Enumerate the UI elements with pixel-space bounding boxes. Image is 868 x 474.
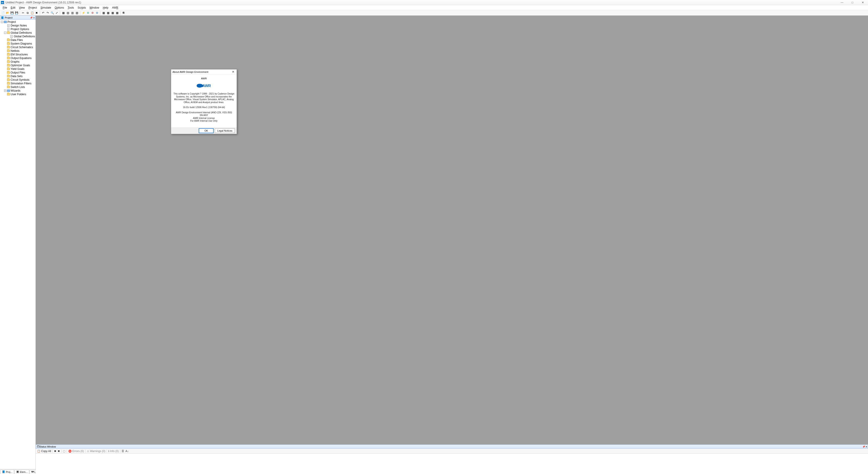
tree-root[interactable]: − Project [0, 20, 35, 24]
panel4-icon[interactable]: ▧ [75, 11, 79, 15]
tab-elements[interactable]: 🔳Elem... [14, 470, 29, 474]
paste-icon[interactable]: 📋 [30, 11, 34, 15]
sort-icon[interactable]: A↓ [125, 450, 129, 453]
collapse-icon[interactable]: − [1, 21, 3, 23]
minimize-button[interactable]: — [837, 0, 847, 5]
dialog-titlebar[interactable]: About AWR Design Environment ✕ [171, 69, 237, 75]
tree-item[interactable]: Circuit Symbols [0, 78, 35, 82]
new-icon[interactable]: 📄 [1, 11, 5, 15]
menu-project[interactable]: Project [27, 6, 39, 10]
clear-one-button[interactable]: ✖ [54, 450, 56, 453]
grid-b-icon[interactable]: ▦ [106, 11, 110, 15]
tree-item[interactable]: User Folders [0, 92, 35, 96]
redo-icon[interactable]: ↷ [46, 11, 50, 15]
settings-icon[interactable]: 🛠 [122, 11, 126, 15]
errors-filter[interactable]: ⛔ Errors (0) [68, 450, 84, 453]
delete-icon[interactable]: ✖ [35, 11, 39, 15]
save-all-icon[interactable]: 💾 [14, 11, 19, 15]
undo-icon[interactable]: ↶ [41, 11, 45, 15]
tree-item[interactable]: Circuit Schematics [0, 46, 35, 49]
close-button[interactable]: ✕ [858, 0, 868, 5]
awr-logo: AWR [195, 82, 213, 89]
optimize-icon[interactable]: ⚙ [90, 11, 94, 15]
menu-window[interactable]: Window [88, 6, 101, 10]
menu-awr[interactable]: AWR [110, 6, 120, 10]
status-pin-icon[interactable]: 📌 [862, 445, 865, 448]
tree-item[interactable]: Output Files [0, 71, 35, 75]
grid-a-icon[interactable]: ▦ [101, 11, 105, 15]
save-icon[interactable]: 💾 [10, 11, 14, 15]
panel3-icon[interactable]: ▥ [70, 11, 74, 15]
tree-item[interactable]: Global Definitions [0, 35, 35, 38]
info-filter[interactable]: ℹ Info (0) [108, 450, 119, 453]
status-toolbar: 📋 Copy All ✖ ✖ ▢ ⛔ Errors (0) ⚠ Warnings… [36, 449, 868, 454]
menu-tools[interactable]: Tools [66, 6, 76, 10]
tree-item[interactable]: Data Files [0, 38, 35, 42]
tree-item[interactable]: Data Sets [0, 75, 35, 78]
tree-item[interactable]: Simulation Filters [0, 82, 35, 85]
tree-item[interactable]: Yield Goals [0, 67, 35, 71]
menu-scripts[interactable]: Scripts [76, 6, 88, 10]
grid-c-icon[interactable]: ▦ [111, 11, 115, 15]
cut-icon[interactable]: ✂ [21, 11, 25, 15]
window-title: Untitled Project - AWR Design Environmen… [5, 1, 81, 4]
tree-item-label: User Folders [11, 93, 26, 96]
grid-d-icon[interactable]: ▦ [115, 11, 119, 15]
maximize-button[interactable]: □ [847, 0, 858, 5]
copy-all-button[interactable]: 📋 Copy All [37, 450, 51, 453]
tree-item-label: Wizards [11, 89, 20, 92]
run-icon[interactable]: ⚡ [81, 11, 86, 15]
tree-item[interactable]: EM Structures [0, 53, 35, 56]
folder-icon [7, 93, 10, 95]
panel2-icon[interactable]: ▤ [66, 11, 70, 15]
filter-button[interactable]: ▢ [63, 450, 65, 453]
panel-close-icon[interactable]: ✕ [33, 17, 35, 19]
separator [80, 11, 80, 15]
tree-item-label: Output Equations [11, 57, 32, 60]
tune-icon[interactable]: ⚙ [86, 11, 90, 15]
project-root-folder-icon [4, 21, 7, 23]
zoom-sel-icon[interactable]: 🔍 [50, 11, 54, 15]
tree-item[interactable]: Project Options [0, 27, 35, 31]
folder-icon [7, 75, 10, 77]
menu-edit[interactable]: Edit [9, 6, 17, 10]
warnings-filter[interactable]: ⚠ Warnings (0) [87, 450, 105, 453]
project-tree[interactable]: − Project Design NotesProject Options-Gl… [0, 20, 35, 469]
menu-view[interactable]: View [17, 6, 27, 10]
ok-button[interactable]: OK [199, 128, 213, 133]
tree-item-label: Netlists [11, 49, 20, 53]
tree-item-label: Global Definitions [11, 31, 32, 34]
clear-all-button[interactable]: ✖ [58, 450, 60, 453]
folder-icon [7, 68, 10, 70]
menu-simulate[interactable]: Simulate [39, 6, 53, 10]
list-view-icon[interactable]: ☰ [122, 450, 124, 453]
collapse-icon[interactable]: - [4, 32, 6, 34]
tree-item[interactable]: -Global Definitions [0, 31, 35, 35]
tree-item[interactable]: Output Equations [0, 56, 35, 60]
tree-item[interactable]: Switch Lists [0, 85, 35, 89]
yield-icon[interactable]: ⚙ [95, 11, 99, 15]
tab-project[interactable]: 📘Proj... [0, 470, 14, 474]
folder-icon [7, 57, 10, 59]
copy-icon[interactable]: ⧉ [26, 11, 30, 15]
status-close-icon[interactable]: ✕ [866, 445, 867, 448]
pin-icon[interactable]: 📌 [30, 17, 33, 19]
tree-item[interactable]: Netlists [0, 49, 35, 53]
dialog-close-icon[interactable]: ✕ [231, 70, 235, 73]
menu-help[interactable]: Help [101, 6, 110, 10]
tree-item[interactable]: System Diagrams [0, 42, 35, 46]
open-icon[interactable]: 📂 [5, 11, 9, 15]
tree-item[interactable]: +Wizards [0, 89, 35, 92]
panel1-icon[interactable]: ▦ [61, 11, 65, 15]
menu-file[interactable]: File [1, 6, 9, 10]
expand-icon[interactable]: + [4, 90, 6, 92]
menu-options[interactable]: Options [53, 6, 66, 10]
tree-item[interactable]: Graphs [0, 60, 35, 63]
tree-item[interactable]: Optimizer Goals [0, 63, 35, 67]
tree-item[interactable]: Design Notes [0, 24, 35, 27]
dialog-license-2: AWR Internal License [193, 117, 215, 119]
zoom-fit-icon[interactable]: ⤢ [55, 11, 59, 15]
legal-notices-button[interactable]: Legal Notices [215, 128, 235, 133]
tree-item-label: Circuit Symbols [11, 78, 29, 81]
tree-item-label: Project Options [11, 28, 29, 31]
